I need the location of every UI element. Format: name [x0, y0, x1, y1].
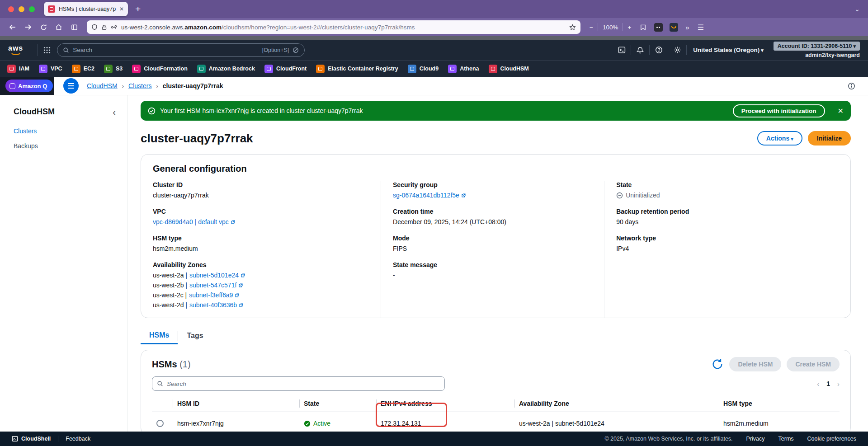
column-state[interactable]: State [299, 395, 376, 412]
initialize-button[interactable]: Initialize [808, 131, 851, 146]
subnet-link[interactable]: subnet-5d101e24 [189, 270, 245, 280]
forward-icon[interactable] [22, 21, 34, 33]
close-window-button[interactable] [8, 6, 14, 12]
overflow-menu-icon[interactable]: » [683, 23, 692, 31]
home-icon[interactable] [52, 21, 65, 33]
reload-icon[interactable] [37, 21, 50, 33]
favorite-cloudfront[interactable]: CloudFront [264, 65, 307, 73]
console-search-input[interactable]: Search [Option+S] [57, 43, 305, 57]
sidebar-item-backups[interactable]: Backups [14, 142, 38, 150]
app-menu-icon[interactable]: ☰ [695, 23, 707, 32]
favorite-vpc[interactable]: VPC [39, 65, 62, 73]
terms-link[interactable]: Terms [778, 436, 794, 442]
banner-close-icon[interactable]: ✕ [838, 107, 844, 115]
create-hsm-button[interactable]: Create HSM [787, 357, 840, 371]
subnet-link[interactable]: subnet-40f3636b [189, 300, 244, 310]
save-to-pocket-icon[interactable] [637, 21, 649, 33]
info-icon[interactable] [848, 82, 855, 90]
zoom-in-icon[interactable]: + [627, 24, 631, 31]
sidebar-toggle-icon[interactable] [68, 21, 80, 33]
permissions-icon[interactable] [111, 24, 118, 30]
favorite-bedrock[interactable]: Amazon Bedrock [197, 65, 255, 73]
zoom-level[interactable]: 100% [603, 24, 618, 31]
previous-page-icon[interactable]: ‹ [817, 380, 819, 388]
favorite-s3[interactable]: S3 [104, 65, 123, 73]
pagination: ‹ 1 › [817, 380, 840, 388]
general-configuration-card: General configuration Cluster ID cluster… [141, 154, 851, 318]
row-radio-button[interactable] [156, 420, 164, 427]
container-extension-icon[interactable] [652, 21, 665, 33]
sidebar-item-clusters[interactable]: Clusters [14, 127, 37, 135]
actions-button[interactable]: Actions [757, 131, 802, 146]
page: HSMs | cluster-uaqy7p7rrak | Cl ✕ + ⌄ us… [0, 0, 868, 446]
external-link-icon [235, 293, 240, 298]
vpc-link[interactable]: vpc-d869d4a0 | default vpc [153, 217, 236, 227]
new-tab-button[interactable]: + [135, 4, 141, 14]
current-page[interactable]: 1 [826, 380, 830, 387]
proceed-with-initialization-button[interactable]: Proceed with initialization [733, 104, 825, 117]
favorite-ecr[interactable]: Elastic Container Registry [316, 65, 398, 73]
amazon-q-button[interactable]: Amazon Q [5, 80, 53, 92]
column-eni-ipv4[interactable]: ENI IPv4 address [376, 395, 514, 412]
table-row: hsm-iex7xnr7njg Active 172.31.24.131 us-… [152, 412, 840, 432]
tracking-shield-icon[interactable] [91, 24, 98, 30]
iam-icon [7, 65, 16, 73]
field-network-type: Network type IPv4 [616, 235, 827, 254]
delete-hsm-button[interactable]: Delete HSM [729, 357, 781, 371]
favorite-athena[interactable]: Athena [448, 65, 479, 73]
favorite-ec2[interactable]: EC2 [72, 65, 94, 73]
breadcrumb-current: cluster-uaqy7p7rrak [163, 82, 223, 89]
account-user[interactable]: admin2/lxy-isengard [805, 52, 860, 58]
aws-extension-icon[interactable] [667, 21, 680, 33]
column-hsm-type[interactable]: HSM type [719, 395, 840, 412]
cell-availability-zone: us-west-2a | subnet-5d101e24 [514, 412, 719, 432]
account-id-badge[interactable]: Account ID: 1331-2906-5110 [774, 42, 860, 51]
column-hsm-id[interactable]: HSM ID [173, 395, 299, 412]
url-text: us-west-2.console.aws.amazon.com/cloudhs… [121, 24, 566, 31]
help-icon[interactable] [650, 44, 668, 56]
lock-icon[interactable] [101, 24, 107, 30]
back-icon[interactable] [6, 21, 19, 33]
hsms-title: HSMs (1) [152, 359, 191, 370]
breadcrumb-clusters[interactable]: Clusters [128, 82, 151, 89]
feedback-button[interactable]: Feedback [66, 436, 90, 442]
maximize-window-button[interactable] [29, 6, 35, 12]
close-tab-icon[interactable]: ✕ [119, 6, 124, 12]
hsms-search-input[interactable]: Search [152, 376, 445, 391]
cookie-preferences-link[interactable]: Cookie preferences [807, 436, 856, 442]
sidebar-collapse-icon[interactable]: ‹ [113, 108, 116, 117]
next-page-icon[interactable]: › [837, 380, 840, 388]
select-all-column [152, 395, 173, 412]
url-bar[interactable]: us-west-2.console.aws.amazon.com/cloudhs… [87, 20, 580, 34]
breadcrumb-cloudhsm[interactable]: CloudHSM [87, 82, 118, 89]
search-placeholder: Search [73, 47, 259, 53]
services-grid-icon[interactable] [43, 47, 51, 54]
aws-logo[interactable]: aws [8, 45, 23, 55]
browser-tab[interactable]: HSMs | cluster-uaqy7p7rrak | Cl ✕ [44, 2, 128, 16]
favorite-cloudhsm[interactable]: CloudHSM [489, 65, 529, 73]
bookmark-star-icon[interactable] [569, 24, 576, 31]
page-title: cluster-uaqy7p7rrak [141, 131, 253, 146]
zoom-out-icon[interactable]: − [590, 24, 593, 31]
refresh-icon[interactable] [711, 358, 724, 371]
tab-hsms[interactable]: HSMs [141, 327, 178, 344]
minimize-window-button[interactable] [19, 6, 24, 12]
favorite-cloud9[interactable]: Cloud9 [408, 65, 439, 73]
column-availability-zone[interactable]: Availability Zone [514, 395, 719, 412]
cloudshell-terminal-icon[interactable] [613, 44, 631, 56]
region-selector[interactable]: United States (Oregon) [693, 47, 764, 53]
cloudshell-footer-button[interactable]: CloudShell [12, 436, 51, 442]
window-controls [8, 6, 35, 12]
subnet-link[interactable]: subnet-547c571f [189, 280, 243, 290]
privacy-link[interactable]: Privacy [746, 436, 765, 442]
security-group-link[interactable]: sg-0674a1641db112f5e [393, 190, 466, 200]
content-area: CloudHSM ‹ Clusters Backups Your first H… [0, 95, 868, 432]
side-menu-toggle[interactable] [63, 78, 79, 94]
favorite-iam[interactable]: IAM [7, 65, 29, 73]
settings-gear-icon[interactable] [668, 44, 686, 56]
tab-tags[interactable]: Tags [178, 327, 212, 344]
subnet-link[interactable]: subnet-f3eff6a9 [189, 290, 240, 300]
notifications-bell-icon[interactable] [631, 44, 649, 56]
list-all-tabs-icon[interactable]: ⌄ [854, 5, 860, 13]
favorite-cloudformation[interactable]: CloudFormation [132, 65, 188, 73]
